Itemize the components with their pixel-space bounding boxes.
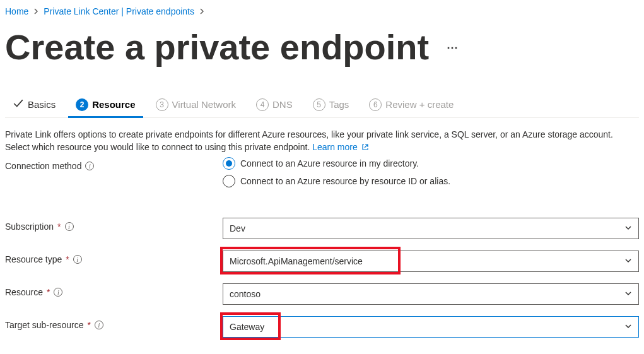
- tab-basics[interactable]: Basics: [5, 93, 63, 118]
- target-sub-resource-label: Target sub-resource: [5, 320, 84, 330]
- more-actions-button[interactable]: ⋯: [442, 38, 463, 57]
- required-asterisk: *: [57, 221, 61, 232]
- subscription-select[interactable]: Dev: [223, 218, 639, 239]
- check-icon: [13, 98, 24, 111]
- field-connection-method: Connection method i Connect to an Azure …: [5, 157, 639, 187]
- tab-label: Review + create: [385, 99, 454, 110]
- page-title-row: Create a private endpoint ⋯: [5, 27, 639, 68]
- target-sub-resource-select[interactable]: Gateway: [223, 316, 639, 338]
- tab-resource[interactable]: 2 Resource: [68, 93, 143, 118]
- field-subscription: Subscription * i Dev: [5, 218, 639, 239]
- select-value: Dev: [230, 223, 245, 233]
- wizard-tabs: Basics 2 Resource 3 Virtual Network 4 DN…: [5, 93, 639, 118]
- tab-label: Basics: [28, 99, 56, 110]
- chevron-down-icon: [624, 223, 632, 233]
- tab-dns[interactable]: 4 DNS: [249, 93, 300, 118]
- tab-number-icon: 4: [256, 98, 269, 111]
- tab-virtual-network[interactable]: 3 Virtual Network: [148, 93, 243, 118]
- radio-connect-resource-id[interactable]: Connect to an Azure resource by resource…: [223, 175, 639, 187]
- field-resource: Resource * i contoso: [5, 283, 639, 305]
- chevron-down-icon: [624, 289, 632, 299]
- select-value: contoso: [230, 289, 261, 299]
- radio-label: Connect to an Azure resource by resource…: [240, 176, 450, 186]
- required-asterisk: *: [47, 287, 50, 297]
- tab-number-icon: 2: [76, 98, 88, 111]
- required-asterisk: *: [88, 320, 91, 330]
- tab-number-icon: 3: [156, 98, 168, 111]
- external-link-icon: [360, 142, 369, 152]
- chevron-down-icon: [624, 256, 632, 266]
- info-icon[interactable]: i: [95, 321, 103, 329]
- info-icon[interactable]: i: [73, 255, 82, 264]
- connection-method-radio-group: Connect to an Azure resource in my direc…: [223, 157, 639, 187]
- tab-label: Virtual Network: [172, 99, 236, 110]
- breadcrumb-private-link-center[interactable]: Private Link Center | Private endpoints: [44, 6, 194, 16]
- field-target-sub-resource: Target sub-resource * i Gateway: [5, 316, 639, 338]
- radio-icon: [223, 175, 235, 187]
- page-title: Create a private endpoint: [5, 27, 429, 68]
- tab-label: DNS: [272, 99, 293, 110]
- info-icon[interactable]: i: [85, 162, 94, 170]
- radio-label: Connect to an Azure resource in my direc…: [240, 158, 419, 168]
- info-icon[interactable]: i: [54, 288, 62, 297]
- tab-label: Tags: [329, 99, 349, 110]
- info-icon[interactable]: i: [65, 222, 74, 231]
- subscription-label: Subscription: [5, 221, 54, 232]
- tab-number-icon: 6: [369, 98, 382, 111]
- required-asterisk: *: [66, 254, 69, 264]
- connection-method-label: Connection method: [5, 161, 81, 171]
- breadcrumb: Home Private Link Center | Private endpo…: [5, 6, 639, 16]
- tab-label: Resource: [92, 99, 135, 110]
- tab-number-icon: 5: [313, 98, 325, 111]
- learn-more-link[interactable]: Learn more: [312, 142, 368, 152]
- resource-type-label: Resource type: [5, 254, 62, 264]
- chevron-right-icon: [33, 6, 38, 16]
- tab-description: Private Link offers options to create pr…: [5, 128, 639, 153]
- chevron-right-icon: [199, 6, 204, 16]
- tab-tags[interactable]: 5 Tags: [305, 93, 357, 118]
- resource-type-select[interactable]: Microsoft.ApiManagement/service: [223, 251, 639, 272]
- field-resource-type: Resource type * i Microsoft.ApiManagemen…: [5, 251, 639, 272]
- radio-icon: [223, 157, 235, 170]
- tab-review-create[interactable]: 6 Review + create: [361, 93, 461, 118]
- chevron-down-icon: [624, 322, 632, 332]
- select-value: Gateway: [230, 322, 264, 332]
- select-value: Microsoft.ApiManagement/service: [230, 256, 363, 266]
- resource-label: Resource: [5, 287, 43, 297]
- radio-connect-directory[interactable]: Connect to an Azure resource in my direc…: [223, 157, 639, 170]
- resource-select[interactable]: contoso: [223, 283, 639, 305]
- breadcrumb-home[interactable]: Home: [5, 6, 28, 16]
